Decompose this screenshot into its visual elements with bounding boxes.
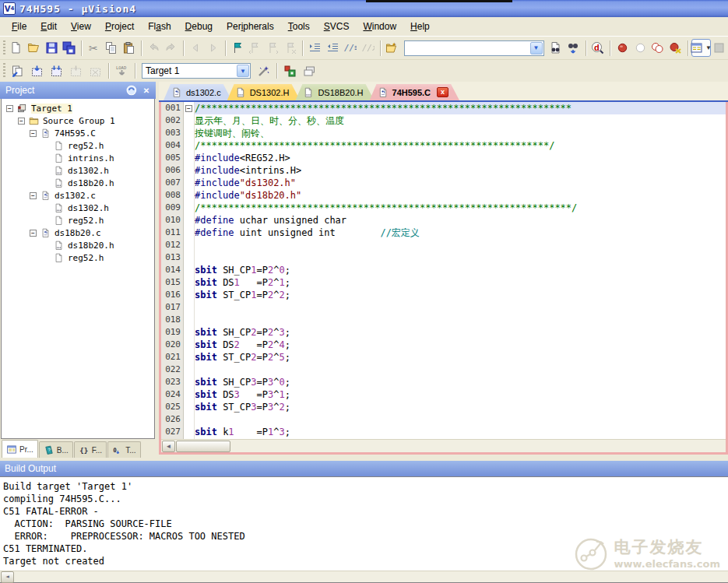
build-output-header[interactable]: Build Output — [0, 461, 728, 476]
code-token: SH_CP — [217, 377, 251, 388]
incremental-find-button[interactable] — [564, 39, 582, 57]
comment-button[interactable]: //≡ — [342, 39, 360, 57]
tree-expander-icon[interactable]: − — [30, 192, 37, 199]
breakpoint-toggle-button[interactable] — [614, 39, 631, 57]
find-next-button[interactable] — [547, 39, 565, 57]
toolbar-grip[interactable] — [3, 40, 5, 56]
tree-item-reg52-h[interactable]: reg52.h — [2, 251, 154, 264]
bookmark-button[interactable] — [229, 39, 247, 57]
build-button[interactable] — [27, 62, 47, 80]
code-editor[interactable]: 001−/***********************************… — [161, 102, 726, 439]
tree-item-intrins-h[interactable]: intrins.h — [2, 152, 154, 164]
output-hscrollbar[interactable]: ◄ — [0, 571, 728, 582]
menu-tools[interactable]: Tools — [281, 19, 317, 34]
bookmark-next-button[interactable] — [264, 39, 282, 57]
panel-close-icon[interactable]: ✕ — [140, 85, 153, 97]
target-combobox[interactable]: Target 1▼ — [142, 63, 251, 79]
code-token: 2 — [251, 327, 256, 338]
tree-item-ds1302-h[interactable]: ds1302.h — [2, 202, 154, 214]
menu-svcs[interactable]: SVCS — [317, 19, 357, 34]
tree-expander-icon[interactable]: − — [30, 130, 37, 137]
undo-button[interactable] — [145, 39, 163, 57]
chevron-down-icon[interactable]: ▼ — [237, 65, 249, 77]
tree-item-reg52-h[interactable]: reg52.h — [2, 214, 154, 227]
panel-tab-t[interactable]: 0T... — [107, 441, 140, 458]
document-tab-ds1302-c[interactable]: ds1302.c — [164, 84, 232, 100]
window-layout-button[interactable]: ▼ — [691, 39, 711, 57]
find-in-files-button[interactable]: ✦ — [384, 39, 402, 57]
scroll-left-icon[interactable]: ◄ — [162, 441, 175, 452]
save-all-button[interactable] — [61, 39, 79, 57]
rebuild-button[interactable] — [47, 62, 66, 80]
build-output-panel[interactable]: Build target 'Target 1'compiling 74H595.… — [0, 476, 728, 583]
menu-view[interactable]: View — [64, 19, 98, 34]
unindent-button[interactable] — [324, 39, 342, 57]
bookmark-prev-button[interactable] — [247, 39, 265, 57]
scroll-thumb[interactable] — [176, 441, 230, 452]
panel-tab-f[interactable]: {}F... — [74, 441, 107, 458]
help-button[interactable] — [711, 39, 728, 57]
menu-peripherals[interactable]: Peripherals — [220, 19, 281, 34]
document-tab-ds18b20-h[interactable]: DS18B20.H — [295, 84, 374, 100]
breakpoint-disable-all-button[interactable] — [649, 39, 666, 57]
code-token: sbit — [195, 402, 217, 413]
panel-tab-b[interactable]: ?B... — [39, 441, 73, 458]
redo-button[interactable] — [162, 39, 180, 57]
close-tab-icon[interactable]: x — [437, 87, 448, 97]
menu-file[interactable]: File — [5, 19, 33, 34]
tree-item-74h595-c[interactable]: −74H595.C — [2, 127, 154, 139]
nav-forward-button[interactable] — [204, 39, 222, 57]
manage-components-button[interactable] — [280, 62, 300, 80]
tree-item-target-1[interactable]: −Target 1 — [2, 102, 154, 114]
manage-layers-button[interactable] — [300, 62, 319, 80]
bookmark-clear-button[interactable] — [282, 39, 300, 57]
tree-item-label: ds1302.h — [68, 203, 109, 213]
panel-tab-pr[interactable]: Pr... — [2, 440, 38, 458]
new-file-button[interactable] — [8, 39, 26, 57]
document-tab-74h595-c[interactable]: 74H595.Cx — [370, 84, 460, 100]
scroll-left-icon[interactable]: ◄ — [1, 571, 14, 583]
toolbar-grip[interactable] — [3, 63, 5, 79]
stop-build-button[interactable] — [86, 62, 105, 80]
uncomment-button[interactable]: //x — [359, 39, 377, 57]
tree-item-source-group-1[interactable]: −Source Group 1 — [2, 114, 154, 127]
fold-collapse-icon[interactable]: − — [185, 105, 192, 112]
open-folder-button[interactable] — [25, 39, 43, 57]
editor-hscrollbar[interactable]: ◄ — [161, 439, 726, 452]
nav-back-button[interactable] — [187, 39, 205, 57]
translate-button[interactable] — [8, 62, 27, 80]
save-button[interactable] — [43, 39, 61, 57]
copy-button[interactable] — [103, 39, 121, 57]
tree-expander-icon[interactable]: − — [6, 105, 13, 112]
breakpoint-kill-all-button[interactable] — [666, 39, 684, 57]
menu-window[interactable]: Window — [356, 19, 403, 34]
chevron-down-icon[interactable]: ▼ — [530, 42, 543, 54]
title-bar[interactable]: V4 74H595 - µVision4 — [0, 0, 728, 17]
tree-item-ds18b20-c[interactable]: −ds18b20.c — [2, 227, 154, 239]
paste-button[interactable] — [120, 39, 138, 57]
cut-button[interactable]: ✂ — [85, 39, 103, 57]
indent-button[interactable] — [306, 39, 324, 57]
tree-expander-icon[interactable]: − — [18, 118, 25, 125]
options-wand-button[interactable] — [254, 62, 273, 80]
batch-build-button[interactable] — [66, 62, 86, 80]
quick-find-button[interactable]: d — [589, 39, 607, 57]
tree-expander-icon[interactable]: − — [30, 230, 37, 237]
menu-debug[interactable]: Debug — [178, 19, 220, 34]
panel-pin-icon[interactable] — [126, 85, 139, 97]
tree-item-ds1302-c[interactable]: −ds1302.c — [2, 189, 154, 202]
document-tab-ds1302-h[interactable]: DS1302.H — [227, 84, 301, 100]
breakpoint-enable-button[interactable] — [631, 39, 649, 57]
menu-project[interactable]: Project — [98, 19, 141, 34]
load-button[interactable]: LOAD — [112, 62, 132, 80]
tree-item-ds18b20-h[interactable]: ds18b20.h — [2, 239, 154, 251]
search-combobox[interactable]: ▼ — [404, 40, 543, 56]
tree-item-reg52-h[interactable]: reg52.h — [2, 139, 154, 152]
menu-help[interactable]: Help — [403, 19, 437, 34]
tree-item-ds18b20-h[interactable]: ds18b20.h — [2, 177, 154, 189]
menu-flash[interactable]: Flash — [141, 19, 178, 34]
code-text: #include"ds18b20.h" — [195, 189, 726, 202]
menu-edit[interactable]: Edit — [33, 19, 64, 34]
code-line: 017 — [161, 301, 726, 314]
tree-item-ds1302-h[interactable]: ds1302.h — [2, 164, 154, 177]
